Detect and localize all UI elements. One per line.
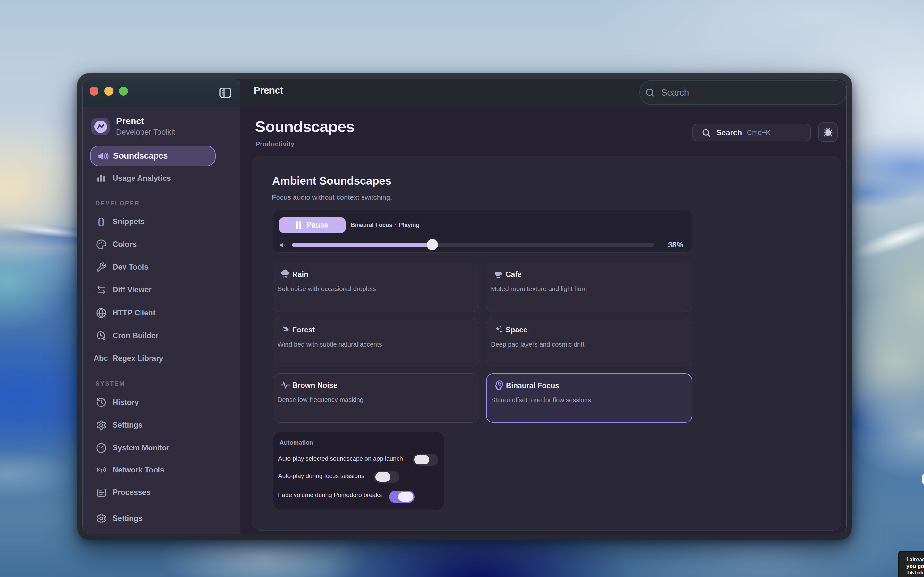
svg-text:?: ? bbox=[103, 337, 105, 340]
